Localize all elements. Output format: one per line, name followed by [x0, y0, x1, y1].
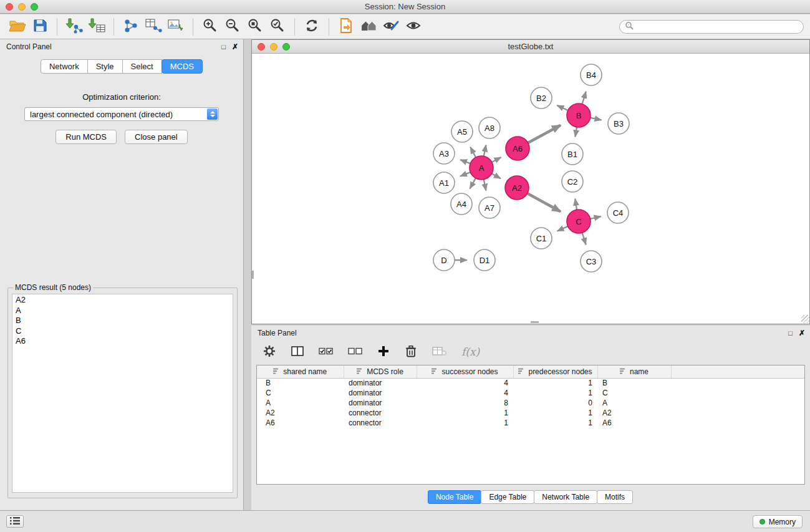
float-table-panel-icon[interactable]: □: [788, 329, 793, 337]
task-history-button[interactable]: [6, 515, 24, 528]
deselect-all-button[interactable]: [348, 344, 363, 360]
column-header-MCDS-role[interactable]: MCDS role: [344, 365, 417, 378]
graphics-details-button[interactable]: [380, 17, 402, 37]
delete-table-button[interactable]: [432, 344, 447, 360]
search-box[interactable]: [619, 20, 804, 34]
graph-edge-A6-B[interactable]: [528, 125, 561, 143]
graph-edge-A2-C[interactable]: [528, 193, 561, 211]
graph-edge-B-B1[interactable]: [575, 127, 577, 137]
control-tab-select[interactable]: Select: [122, 59, 162, 74]
column-header-successor-nodes[interactable]: successor nodes: [417, 365, 513, 378]
graph-edge-B-B2[interactable]: [557, 105, 567, 110]
network-canvas[interactable]: AA1A2A3A4A5A6A7A8BB1B2B3B4CC1C2C3C4DD1: [252, 54, 809, 323]
import-table-button[interactable]: [85, 17, 108, 37]
select-all-button[interactable]: [319, 344, 334, 360]
table-row[interactable]: Bdominator41B: [257, 378, 804, 388]
graph-edge-A-A8[interactable]: [484, 145, 486, 156]
show-columns-button[interactable]: [291, 344, 304, 360]
optimization-select[interactable]: largest connected component (directed): [24, 107, 219, 121]
table-row[interactable]: A2connector11A2: [257, 408, 804, 418]
status-bar: Memory: [0, 510, 810, 532]
graph-edge-A-A5[interactable]: [470, 147, 476, 158]
graph-edge-A-A3[interactable]: [460, 160, 470, 163]
graph-edge-A-A6[interactable]: [492, 157, 501, 162]
column-header-name[interactable]: name: [597, 365, 671, 378]
control-tab-network[interactable]: Network: [41, 59, 88, 74]
save-session-button[interactable]: [29, 17, 51, 37]
zoom-network-button[interactable]: [282, 43, 290, 51]
mcds-result-item[interactable]: A6: [16, 336, 229, 347]
table-cell: A6: [257, 418, 344, 428]
run-mcds-button[interactable]: Run MCDS: [55, 130, 117, 144]
horizontal-scrollbar[interactable]: [531, 321, 539, 323]
export-image-button[interactable]: [165, 17, 187, 37]
open-recent-button[interactable]: [335, 17, 357, 37]
mcds-result-item[interactable]: A2: [16, 295, 229, 306]
graph-edge-A-A4[interactable]: [470, 178, 476, 189]
graph-edge-C-C3[interactable]: [582, 233, 586, 244]
table-row[interactable]: Cdominator41C: [257, 388, 804, 398]
table-cell: connector: [344, 408, 417, 418]
table-header-row: shared nameMCDS rolesuccessor nodesprede…: [257, 365, 804, 378]
search-input[interactable]: [637, 22, 798, 31]
close-panel-button[interactable]: Close panel: [125, 130, 188, 144]
table-cell: 0: [513, 398, 597, 408]
home-view-button[interactable]: [357, 17, 380, 37]
graph-edge-B-B3[interactable]: [591, 118, 602, 120]
graph-edge-A-A2[interactable]: [492, 173, 501, 178]
graph-edge-C-C4[interactable]: [591, 216, 601, 219]
zoom-in-button[interactable]: [199, 17, 221, 37]
graph-edge-A-A7[interactable]: [484, 180, 486, 191]
zoom-fit-button[interactable]: [244, 17, 266, 37]
vertical-scrollbar[interactable]: [252, 271, 254, 279]
mcds-result-list[interactable]: A2ABCA6: [12, 294, 233, 493]
mcds-result-item[interactable]: B: [16, 316, 229, 326]
close-network-button[interactable]: [258, 43, 265, 51]
network-from-table-button[interactable]: [142, 17, 165, 37]
control-tab-mcds[interactable]: MCDS: [162, 59, 203, 74]
memory-button[interactable]: Memory: [753, 515, 803, 528]
graph-edge-B-B4[interactable]: [582, 92, 586, 104]
resize-grip[interactable]: [801, 315, 809, 323]
mcds-result-item[interactable]: A: [16, 306, 229, 316]
graph-edge-C-C2[interactable]: [575, 199, 577, 210]
close-window-button[interactable]: [6, 3, 13, 11]
table-options-button[interactable]: [263, 344, 276, 360]
table-tab-network-table[interactable]: Network Table: [534, 490, 597, 504]
network-image-icon: [167, 17, 185, 36]
table-cell: dominator: [344, 398, 417, 408]
table-row[interactable]: Adominator80A: [257, 398, 804, 408]
open-session-button[interactable]: [6, 17, 29, 37]
network-graph[interactable]: AA1A2A3A4A5A6A7A8BB1B2B3B4CC1C2C3C4DD1: [252, 54, 809, 323]
table-cell: B: [597, 378, 671, 388]
close-panel-icon[interactable]: ✗: [232, 42, 238, 51]
table-tab-node-table[interactable]: Node Table: [428, 490, 482, 504]
table-row[interactable]: A6connector11A6: [257, 418, 804, 428]
add-column-button[interactable]: [377, 344, 390, 360]
node-table-container[interactable]: shared nameMCDS rolesuccessor nodesprede…: [256, 365, 805, 485]
float-panel-icon[interactable]: □: [221, 43, 226, 51]
control-tab-style[interactable]: Style: [87, 59, 123, 74]
mcds-result-item[interactable]: C: [16, 326, 229, 337]
minimize-window-button[interactable]: [18, 3, 26, 11]
column-header-predecessor-nodes[interactable]: predecessor nodes: [513, 365, 597, 378]
table-tab-edge-table[interactable]: Edge Table: [481, 490, 534, 504]
import-network-button[interactable]: [63, 17, 85, 37]
zoom-out-button[interactable]: [221, 17, 244, 37]
zoom-window-button[interactable]: [31, 3, 38, 11]
birds-eye-button[interactable]: [402, 17, 425, 37]
table-tab-motifs[interactable]: Motifs: [597, 490, 633, 504]
new-network-button[interactable]: [120, 17, 142, 37]
function-builder-button[interactable]: f(x): [461, 344, 480, 360]
graph-edge-C-C1[interactable]: [557, 226, 568, 231]
apply-layout-button[interactable]: [301, 17, 323, 37]
window-title: Session: New Session: [0, 2, 810, 11]
zoom-selected-button[interactable]: [266, 17, 289, 37]
minimize-network-button[interactable]: [270, 43, 277, 51]
close-table-panel-icon[interactable]: ✗: [799, 329, 805, 337]
column-header-shared-name[interactable]: shared name: [257, 365, 344, 378]
graph-node-label: C1: [536, 234, 547, 243]
delete-column-button[interactable]: [404, 344, 418, 360]
graph-edge-A-A1[interactable]: [460, 172, 470, 177]
table-cell: 1: [513, 388, 597, 398]
